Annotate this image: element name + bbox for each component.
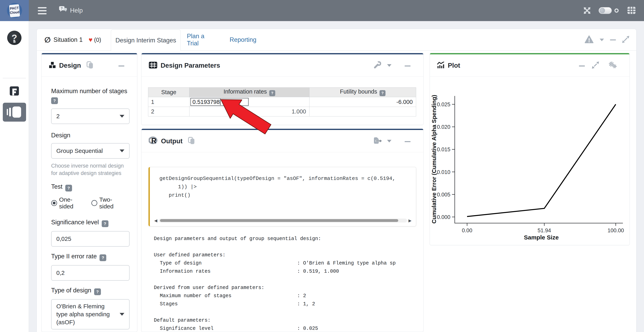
plot-title: Plot <box>448 62 460 69</box>
svg-text:R: R <box>151 137 156 145</box>
horizontal-scrollbar: ◀ ▶ <box>154 218 412 223</box>
export-icon[interactable] <box>374 137 382 145</box>
help-label: Help <box>70 7 83 14</box>
information-rate-cell[interactable]: 1.000 <box>190 107 310 116</box>
test-label-text: Test <box>51 183 62 190</box>
expand-all-icon[interactable] <box>622 36 630 44</box>
scroll-left-icon[interactable]: ◀ <box>154 218 157 223</box>
significance-help-icon[interactable]: ? <box>102 220 108 227</box>
logo-circle-icon: PACT Cloud <box>7 3 22 18</box>
plot-expand-icon[interactable] <box>592 61 599 70</box>
test-help-icon[interactable]: ? <box>65 185 72 192</box>
scroll-right-icon[interactable]: ▶ <box>408 218 412 223</box>
output-text: Design parameters and output of group se… <box>154 235 396 332</box>
empty-set-icon: ∅ <box>44 36 51 44</box>
significance-label-text: Significance level <box>51 219 99 226</box>
type2-help-icon[interactable]: ? <box>100 254 106 261</box>
futility-bounds-header[interactable]: Futility bounds? <box>310 88 416 97</box>
warning-dropdown-caret[interactable] <box>600 38 604 41</box>
design-select[interactable]: Group Sequential <box>51 143 130 159</box>
table-icon <box>149 62 158 70</box>
information-rates-header[interactable]: Information rates? <box>190 88 310 97</box>
max-stages-value: 2 <box>56 113 60 120</box>
sun-icon[interactable] <box>612 6 620 15</box>
type-of-design-label: Type of design? <box>51 286 129 295</box>
design-parameters-collapse-button[interactable] <box>404 64 410 67</box>
logo-line2: Cloud <box>10 10 20 15</box>
max-stages-select[interactable]: 2 <box>51 108 130 124</box>
flag-icon[interactable] <box>10 86 19 96</box>
table-header-row: Stage Information rates? Futility bounds… <box>148 88 416 97</box>
significance-input[interactable] <box>51 231 130 246</box>
stage-header[interactable]: Stage <box>148 88 190 97</box>
export-dropdown-caret[interactable] <box>387 140 392 142</box>
significance-label: Significance level? <box>51 218 129 227</box>
tab-label: Design Interim Stages <box>116 37 176 44</box>
fullscreen-arrows-icon[interactable] <box>583 6 591 15</box>
type2-input[interactable] <box>51 265 130 281</box>
text-cursor <box>220 99 220 105</box>
type-of-design-help-icon[interactable]: ? <box>94 288 101 295</box>
menu-hamburger-icon[interactable] <box>38 7 46 14</box>
output-header: R Output <box>142 130 423 152</box>
app-logo[interactable]: PACT Cloud <box>0 0 29 21</box>
output-collapse-button[interactable] <box>404 139 410 143</box>
question-badge-icon[interactable]: ? <box>7 31 22 45</box>
information-rates-help-icon[interactable]: ? <box>269 90 275 96</box>
cubes-icon <box>49 62 56 69</box>
type2-label-text: Type II error rate <box>51 253 97 260</box>
futility-bound-cell[interactable]: -6.000 <box>310 97 416 107</box>
tab-label: Reporting <box>230 36 256 44</box>
situation-label: Situation 1 <box>54 36 83 44</box>
copy-icon[interactable] <box>188 137 195 145</box>
tab-reporting[interactable]: Reporting <box>231 29 255 50</box>
help-button[interactable]: ? Help <box>59 6 83 16</box>
svg-text:0.015: 0.015 <box>437 146 450 152</box>
table-row: 1 0.5193798 -6.000 <box>148 97 416 107</box>
information-rate-cell-editing[interactable]: 0.5193798 <box>190 97 310 107</box>
tab-plan-a-trial[interactable]: Plan a Trial <box>187 29 217 50</box>
copy-icon[interactable] <box>86 61 93 70</box>
radio-two-sided[interactable] <box>91 200 97 206</box>
tab-situation[interactable]: ∅ Situation 1 ♥ (0) <box>44 29 101 50</box>
heart-icon[interactable]: ♥ <box>88 36 92 44</box>
type-of-design-select[interactable]: O'Brien & Fleming type alpha spending (a… <box>51 299 130 330</box>
futility-bounds-help-icon[interactable]: ? <box>380 90 386 96</box>
left-sidebar: ? <box>0 21 29 332</box>
design-helper-text: Choose inverse normal design for adaptiv… <box>51 162 131 177</box>
svg-text:0.020: 0.020 <box>437 124 450 130</box>
scrollbar-track[interactable] <box>159 218 407 222</box>
chevron-down-icon <box>120 150 124 152</box>
chevron-down-icon <box>120 115 124 118</box>
svg-text:0.010: 0.010 <box>437 169 450 175</box>
svg-text:0.005: 0.005 <box>437 192 450 198</box>
output-title: Output <box>161 137 182 145</box>
tab-bar: ∅ Situation 1 ♥ (0) Design Interim Stage… <box>37 29 636 50</box>
collapse-all-button[interactable] <box>610 40 616 40</box>
warning-icon[interactable] <box>584 35 594 44</box>
wrench-dropdown-caret[interactable] <box>387 64 392 67</box>
design-value: Group Sequential <box>56 148 103 154</box>
futility-bound-cell[interactable] <box>310 107 416 116</box>
theme-toggle-switch[interactable] <box>599 7 612 14</box>
tab-label: Plan a Trial <box>187 33 217 47</box>
scrollbar-thumb[interactable] <box>160 219 398 222</box>
plot-collapse-button[interactable] <box>579 64 585 67</box>
design-collapse-button[interactable] <box>118 64 124 67</box>
sidebar-divider <box>3 78 26 78</box>
chart-icon <box>437 62 444 69</box>
max-stages-help-icon[interactable]: ? <box>51 97 58 104</box>
svg-text:0.025: 0.025 <box>437 102 450 108</box>
r-code[interactable]: getDesignGroupSequential(typeOfDesign = … <box>160 174 396 200</box>
apps-grid-icon[interactable] <box>627 6 636 15</box>
tab-design-interim-stages[interactable]: Design Interim Stages <box>111 30 181 51</box>
design-form: Maximum number of stages ? 2 Design Grou… <box>42 77 137 332</box>
design-panel: Design Maximum number of stages ? 2 Desi… <box>42 53 137 332</box>
type-of-design-value: O'Brien & Fleming type alpha spending (a… <box>56 302 116 326</box>
logo-paper-icon: PACT Cloud <box>9 4 20 17</box>
plot-settings-gears-icon[interactable] <box>608 61 617 70</box>
wrench-icon[interactable] <box>374 61 381 70</box>
sidebar-collapse-button[interactable] <box>3 103 26 122</box>
inline-edit-input[interactable]: 0.5193798 <box>190 98 248 106</box>
radio-one-sided[interactable] <box>51 200 57 206</box>
